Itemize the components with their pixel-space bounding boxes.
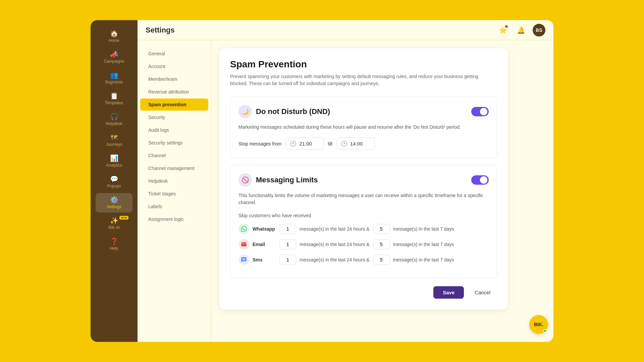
nav-helpdesk[interactable]: Helpdesk xyxy=(140,175,208,187)
clock-to-icon: 🕑 xyxy=(341,140,347,147)
content-area: Spam Prevention Prevent spamming your cu… xyxy=(211,40,553,342)
email-24h-input[interactable] xyxy=(279,239,296,249)
whatsapp-label: Whatsapp xyxy=(253,226,276,232)
dnd-to-time-wrapper[interactable]: 🕑 xyxy=(336,137,375,150)
sidebar-item-label: BIK AI xyxy=(108,225,119,230)
nav-account[interactable]: Account xyxy=(140,60,208,72)
dnd-to-time-input[interactable] xyxy=(350,141,370,146)
nav-labels[interactable]: Labels xyxy=(140,200,208,213)
dnd-time-row: Stop messages from 🕙 till 🕑 xyxy=(238,137,489,150)
messaging-limits-header-left: 🚫 Messaging Limits xyxy=(238,173,318,187)
popups-icon: 💬 xyxy=(110,176,118,182)
sidebar-item-home[interactable]: 🏠 Home xyxy=(96,27,132,46)
bell-button[interactable]: 🔔 xyxy=(515,24,527,37)
sidebar-item-label: Templates xyxy=(105,101,123,105)
sidebar-item-help[interactable]: ❓ Help xyxy=(96,235,132,254)
notification-badge xyxy=(505,25,508,28)
nav-audit-logs[interactable]: Audit logs xyxy=(140,124,208,136)
messaging-limits-section: 🚫 Messaging Limits This functionality li… xyxy=(230,165,497,278)
spam-prevention-title: Spam Prevention xyxy=(230,59,497,70)
sidebar-item-label: Popups xyxy=(107,184,121,188)
sidebar-item-label: Helpdesk xyxy=(106,121,122,126)
messaging-limits-description: This functionality limits the volume of … xyxy=(238,192,489,206)
email-label: Email xyxy=(253,242,276,247)
segments-icon: 👥 xyxy=(110,72,118,78)
cancel-button[interactable]: Cancel xyxy=(468,286,497,299)
dnd-section: 🌙 Do not Disturb (DND) Marketing message… xyxy=(230,97,497,158)
clock-from-icon: 🕙 xyxy=(290,140,297,147)
dnd-from-time-input[interactable] xyxy=(299,141,319,146)
dnd-icon: 🌙 xyxy=(238,105,252,118)
stop-messages-label: Stop messages from xyxy=(238,141,281,146)
sidebar-item-helpdesk[interactable]: 🎧 Helpdesk xyxy=(96,110,132,129)
sidebar-item-journeys[interactable]: 🗺 Journeys xyxy=(96,131,132,150)
journeys-icon: 🗺 xyxy=(111,134,117,141)
settings-icon: ⚙️ xyxy=(110,196,118,203)
sidebar-item-label: Analytics xyxy=(106,163,122,168)
nav-security[interactable]: Security xyxy=(140,111,208,123)
nav-member-team[interactable]: Member/team xyxy=(140,73,208,85)
sms-7d-input[interactable] xyxy=(373,255,390,265)
nav-general[interactable]: General xyxy=(140,48,208,60)
campaigns-icon: 📣 xyxy=(110,51,118,58)
nav-assignment-logic[interactable]: Assignment logic xyxy=(140,213,208,225)
sidebar-item-label: Home xyxy=(109,38,119,43)
main-content: Settings ⭐ 🔔 BS General Account Member/t… xyxy=(138,20,553,342)
dnd-header: 🌙 Do not Disturb (DND) xyxy=(238,105,489,118)
help-icon: ❓ xyxy=(110,238,118,245)
nav-revenue-attribution[interactable]: Revenue attribution xyxy=(140,86,208,98)
sidebar-item-campaigns[interactable]: 📣 Campaigns xyxy=(96,48,132,67)
nav-spam-prevention[interactable]: Spam prevention xyxy=(140,99,208,111)
nav-security-settings[interactable]: Security settings xyxy=(140,137,208,149)
new-badge: NEW xyxy=(119,216,128,220)
dnd-description: Marketing messages scheduled during thes… xyxy=(238,124,489,131)
sidebar-item-analytics[interactable]: 📊 Analytics xyxy=(96,152,132,171)
whatsapp-24h-input[interactable] xyxy=(279,224,296,234)
dnd-from-time-wrapper[interactable]: 🕙 xyxy=(285,137,324,150)
nav-ticket-stages[interactable]: Ticket stages xyxy=(140,188,208,200)
bik-label: BIK. xyxy=(534,322,543,327)
sidebar-item-bik-ai[interactable]: ✨ BIK AI NEW xyxy=(96,214,132,233)
dnd-title: Do not Disturb (DND) xyxy=(256,107,330,116)
whatsapp-24h-text: message(s) in the last 24 hours & xyxy=(300,226,370,232)
whatsapp-row: Whatsapp message(s) in the last 24 hours… xyxy=(238,224,489,234)
email-7d-text: message(s) in the last 7 days xyxy=(393,242,454,247)
modal-footer: Save Cancel xyxy=(230,286,497,299)
helpdesk-icon: 🎧 xyxy=(110,113,118,120)
bell-icon: 🔔 xyxy=(517,26,525,34)
page-title: Settings xyxy=(146,26,175,35)
dnd-toggle[interactable] xyxy=(471,107,489,116)
sidebar-item-label: Journeys xyxy=(106,142,122,147)
messaging-limits-title: Messaging Limits xyxy=(256,176,318,184)
sidebar-item-settings[interactable]: ⚙️ Settings xyxy=(96,193,132,213)
topbar-actions: ⭐ 🔔 BS xyxy=(496,24,545,37)
email-row: Email message(s) in the last 24 hours & … xyxy=(238,239,489,250)
sidebar-item-popups[interactable]: 💬 Popups xyxy=(96,172,132,192)
email-icon xyxy=(238,239,249,250)
nav-channel[interactable]: Channel xyxy=(140,149,208,162)
online-indicator xyxy=(543,329,547,333)
bik-chat-button[interactable]: BIK. xyxy=(529,315,548,334)
till-label: till xyxy=(328,141,332,146)
nav-channel-management[interactable]: Channel management xyxy=(140,162,208,174)
email-7d-input[interactable] xyxy=(373,239,390,249)
inner-layout: General Account Member/team Revenue attr… xyxy=(138,40,553,342)
sidebar-item-segments[interactable]: 👥 Segments xyxy=(96,68,132,88)
sms-24h-text: message(s) in the last 24 hours & xyxy=(300,257,370,262)
whatsapp-icon xyxy=(238,224,249,234)
whatsapp-7d-text: message(s) in the last 7 days xyxy=(393,226,454,232)
bik-ai-icon: ✨ xyxy=(110,217,118,224)
sms-24h-input[interactable] xyxy=(279,255,296,265)
messaging-limits-toggle[interactable] xyxy=(471,175,489,185)
sms-label: Sms xyxy=(253,257,276,262)
templates-icon: 📋 xyxy=(110,93,118,99)
save-button[interactable]: Save xyxy=(433,286,464,299)
skip-label: Skip customers who have received xyxy=(238,213,489,218)
avatar[interactable]: BS xyxy=(533,24,545,37)
notifications-button[interactable]: ⭐ xyxy=(496,24,509,37)
sidebar-item-templates[interactable]: 📋 Templates xyxy=(96,89,132,109)
sidebar: 🏠 Home 📣 Campaigns 👥 Segments 📋 Template… xyxy=(91,20,138,342)
sms-7d-text: message(s) in the last 7 days xyxy=(393,257,454,262)
whatsapp-7d-input[interactable] xyxy=(373,224,390,234)
email-24h-text: message(s) in the last 24 hours & xyxy=(300,242,370,247)
